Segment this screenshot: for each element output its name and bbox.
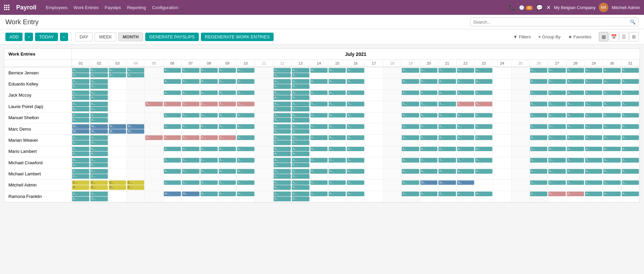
- work-entry[interactable]: A...: [182, 91, 199, 95]
- day-cell-05[interactable]: [145, 124, 163, 134]
- day-cell-19[interactable]: A...: [401, 146, 420, 157]
- work-entry[interactable]: A...: [530, 124, 547, 129]
- work-entry[interactable]: A...: [438, 158, 456, 163]
- employee-name[interactable]: Michael Lambert: [4, 168, 72, 179]
- day-cell-24[interactable]: [493, 78, 511, 89]
- day-cell-23[interactable]: A...: [475, 67, 493, 78]
- day-cell-06[interactable]: A...: [163, 90, 182, 101]
- work-entry[interactable]: A...: [475, 147, 492, 151]
- work-entry[interactable]: A...: [420, 135, 437, 140]
- day-cell-31[interactable]: A...: [621, 146, 640, 157]
- day-cell-06[interactable]: A...: [163, 180, 182, 191]
- day-cell-19[interactable]: A...: [401, 112, 420, 123]
- work-entry[interactable]: A...: [530, 192, 547, 196]
- day-cell-12[interactable]: A...A...: [273, 90, 292, 101]
- day-cell-13[interactable]: A...A...: [292, 135, 310, 145]
- day-cell-27[interactable]: A...: [548, 180, 566, 191]
- work-entry[interactable]: A...: [90, 73, 108, 78]
- day-cell-28[interactable]: A...: [566, 101, 585, 112]
- work-entry[interactable]: A...: [182, 102, 199, 106]
- work-entry[interactable]: A...: [457, 124, 474, 129]
- day-cell-04[interactable]: Si...Si...: [127, 124, 145, 134]
- day-cell-29[interactable]: A...: [585, 180, 603, 191]
- day-cell-28[interactable]: A...: [566, 157, 585, 168]
- work-entry[interactable]: A...: [402, 169, 419, 174]
- day-cell-05[interactable]: [145, 146, 163, 157]
- day-cell-10[interactable]: A...: [237, 157, 255, 168]
- work-entry[interactable]: A...: [182, 169, 199, 174]
- day-cell-01[interactable]: A...A...: [72, 101, 90, 112]
- day-cell-12[interactable]: A...A...: [273, 157, 292, 168]
- work-entry[interactable]: A...: [310, 180, 328, 185]
- day-cell-19[interactable]: A...: [401, 67, 420, 78]
- day-cell-27[interactable]: A...: [548, 90, 566, 101]
- day-cell-10[interactable]: A...: [237, 191, 255, 202]
- work-entry[interactable]: A...: [402, 102, 419, 106]
- work-entry[interactable]: Si...: [164, 192, 181, 196]
- work-entry[interactable]: A...: [237, 135, 254, 140]
- day-cell-09[interactable]: A...: [218, 135, 237, 145]
- day-cell-21[interactable]: A...: [438, 67, 456, 78]
- day-cell-17[interactable]: [365, 146, 383, 157]
- day-cell-13[interactable]: A...A...: [292, 191, 310, 202]
- work-entry[interactable]: A...: [201, 147, 218, 151]
- work-entry[interactable]: A...: [182, 79, 199, 84]
- day-cell-20[interactable]: A...: [420, 112, 438, 123]
- week-view-button[interactable]: WEEK: [95, 32, 116, 41]
- day-cell-31[interactable]: A...: [621, 124, 640, 134]
- work-entry[interactable]: A...: [622, 68, 639, 73]
- day-cell-12[interactable]: A...A...: [273, 124, 292, 134]
- work-entry[interactable]: A...: [585, 192, 602, 196]
- day-cell-30[interactable]: A...: [603, 112, 621, 123]
- day-cell-09[interactable]: A...: [218, 191, 237, 202]
- work-entry[interactable]: A...: [329, 147, 346, 151]
- day-cell-29[interactable]: A...: [585, 135, 603, 145]
- day-cell-09[interactable]: A...: [218, 146, 237, 157]
- kanban-view-button[interactable]: ▦: [599, 32, 608, 41]
- day-cell-20[interactable]: A...: [420, 101, 438, 112]
- work-entry[interactable]: A...: [567, 147, 584, 151]
- work-entry[interactable]: A...: [310, 147, 328, 151]
- day-cell-20[interactable]: A...: [420, 157, 438, 168]
- app-switcher-icon[interactable]: [4, 5, 9, 10]
- work-entry[interactable]: A...: [201, 79, 218, 84]
- work-entry[interactable]: A...: [292, 68, 309, 73]
- day-cell-20[interactable]: A...: [420, 78, 438, 89]
- day-cell-08[interactable]: A...: [200, 146, 218, 157]
- work-entry[interactable]: A...: [310, 158, 328, 163]
- work-entry[interactable]: A...: [530, 180, 547, 185]
- work-entry[interactable]: A...: [475, 169, 492, 174]
- day-cell-16[interactable]: A...: [346, 191, 365, 202]
- work-entry[interactable]: A...: [164, 135, 181, 140]
- work-entry[interactable]: C...: [109, 180, 126, 185]
- day-cell-06[interactable]: Si...: [163, 191, 182, 202]
- work-entry[interactable]: A...: [622, 113, 639, 118]
- day-cell-23[interactable]: A...: [475, 112, 493, 123]
- work-entry[interactable]: A...: [201, 68, 218, 73]
- day-cell-27[interactable]: A...: [548, 124, 566, 134]
- day-cell-24[interactable]: [493, 124, 511, 134]
- work-entry[interactable]: A...: [603, 79, 620, 84]
- prev-button[interactable]: ‹: [25, 33, 33, 41]
- work-entry[interactable]: A...: [567, 135, 584, 140]
- day-cell-11[interactable]: [255, 101, 273, 112]
- work-entry[interactable]: A...: [201, 180, 218, 185]
- work-entry[interactable]: A...: [201, 124, 218, 129]
- work-entry[interactable]: A...: [475, 68, 492, 73]
- day-cell-31[interactable]: A...: [621, 157, 640, 168]
- day-cell-22[interactable]: A...: [457, 168, 475, 179]
- work-entry[interactable]: Si...: [420, 180, 437, 185]
- generate-payslips-button[interactable]: GENERATE PAYSLIPS: [145, 33, 199, 41]
- work-entry[interactable]: A...: [292, 102, 309, 106]
- day-cell-27[interactable]: A...: [548, 168, 566, 179]
- employee-name[interactable]: Marian Weaver: [4, 135, 72, 145]
- work-entry[interactable]: A...: [72, 163, 89, 168]
- day-cell-27[interactable]: A...: [548, 78, 566, 89]
- day-cell-04[interactable]: [127, 168, 145, 179]
- day-cell-22[interactable]: A...: [457, 90, 475, 101]
- work-entry[interactable]: A...: [329, 180, 346, 185]
- day-cell-01[interactable]: A...A...: [72, 135, 90, 145]
- day-cell-14[interactable]: A...: [310, 101, 328, 112]
- day-cell-11[interactable]: [255, 112, 273, 123]
- day-cell-02[interactable]: C...C...: [90, 180, 108, 191]
